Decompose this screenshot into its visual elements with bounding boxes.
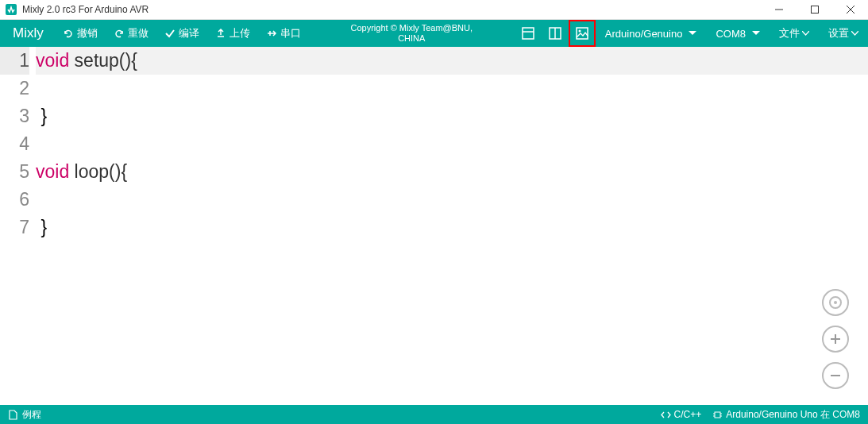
example-button[interactable]: 例程 [8,408,41,422]
example-label: 例程 [22,408,41,422]
upload-label: 上传 [230,26,250,40]
layout-button-2[interactable] [542,20,569,47]
copyright-line1: Copyright © Mixly Team@BNU, [313,23,511,33]
layout-icon [521,26,535,40]
window-titlebar: Mixly 2.0 rc3 For Arduino AVR [0,0,868,20]
serial-label: 串口 [280,26,301,40]
port-label: COM8 [716,28,746,40]
code-text: setup(){ [69,50,137,71]
keyword: void [36,161,69,182]
keyword: void [36,50,69,71]
code-text: } [36,106,47,126]
caret-down-icon [689,31,696,36]
minus-icon [829,369,842,382]
split-icon [548,26,562,40]
image-icon [575,26,589,40]
undo-icon [63,28,74,39]
image-button[interactable] [569,20,596,47]
code-line [36,75,868,102]
code-area[interactable]: void setup(){ } void loop(){ } [36,47,868,405]
language-label: C/C++ [674,409,702,420]
chevron-down-icon [851,31,858,36]
line-number: 2 [0,75,29,102]
code-line: void setup(){ [36,47,868,75]
file-menu[interactable]: 文件 [770,20,819,47]
board-selector[interactable]: Arduino/Genuino [596,20,707,47]
serial-button[interactable]: 串口 [258,20,309,47]
caret-down-icon [752,31,760,36]
chevron-down-icon [802,31,809,36]
svg-rect-16 [715,412,720,418]
target-icon [828,295,843,310]
zoom-in-button[interactable] [822,326,849,353]
status-bar: 例程 C/C++ Arduino/Genuino Uno 在 COM8 [0,405,868,424]
board-indicator[interactable]: Arduino/Genuino Uno 在 COM8 [712,408,860,422]
minimize-button[interactable] [761,0,797,20]
upload-button[interactable]: 上传 [207,20,258,47]
zoom-out-button[interactable] [822,362,849,389]
line-number: 4 [0,130,29,158]
svg-rect-2 [811,6,818,13]
line-number: 3 [0,102,29,130]
usb-icon [266,28,277,39]
file-icon [8,410,18,420]
check-icon [164,28,176,39]
code-icon [661,410,671,420]
code-line: void loop(){ [36,158,868,186]
settings-menu[interactable]: 设置 [819,20,868,47]
undo-label: 撤销 [77,26,98,40]
code-line: } [36,102,868,130]
window-title: Mixly 2.0 rc3 For Arduino AVR [22,4,761,15]
line-gutter: 1 2 3 4 5 6 7 [0,47,36,405]
port-selector[interactable]: COM8 [706,20,770,47]
plus-icon [829,333,842,345]
svg-point-12 [834,301,837,304]
board-label: Arduino/Genuino [605,28,683,40]
file-label: 文件 [779,26,800,40]
line-number: 7 [0,214,29,241]
close-button[interactable] [832,0,868,20]
line-number: 6 [0,186,29,214]
app-icon [5,3,17,16]
chip-icon [712,410,723,420]
maximize-button[interactable] [797,0,832,20]
undo-button[interactable]: 撤销 [55,20,106,47]
svg-point-10 [578,30,581,33]
zoom-controls [822,289,849,389]
status-right: C/C++ Arduino/Genuino Uno 在 COM8 [661,408,860,422]
compile-button[interactable]: 编译 [156,20,207,47]
main-toolbar: Mixly 撤销 重做 编译 上传 串口 Copyright © Mixly T… [0,20,868,47]
line-number: 1 [0,47,29,75]
layout-button-1[interactable] [515,20,542,47]
line-number: 5 [0,158,29,186]
settings-label: 设置 [828,26,849,40]
code-editor[interactable]: 1 2 3 4 5 6 7 void setup(){ } void loop(… [0,47,868,405]
redo-button[interactable]: 重做 [106,20,156,47]
window-controls [761,0,868,20]
code-line: } [36,214,868,241]
copyright-text: Copyright © Mixly Team@BNU, CHINA [309,23,515,44]
upload-icon [215,28,226,39]
recenter-button[interactable] [822,289,849,316]
board-info-label: Arduino/Genuino Uno 在 COM8 [726,408,860,422]
svg-rect-5 [523,28,534,39]
code-text: } [36,217,47,237]
code-line [36,130,868,158]
redo-icon [114,28,125,39]
language-indicator[interactable]: C/C++ [661,409,702,420]
code-text: loop(){ [69,161,127,182]
brand-label[interactable]: Mixly [0,25,55,41]
copyright-line2: CHINA [313,33,511,44]
code-line [36,186,868,214]
compile-label: 编译 [179,26,199,40]
redo-label: 重做 [128,26,149,40]
